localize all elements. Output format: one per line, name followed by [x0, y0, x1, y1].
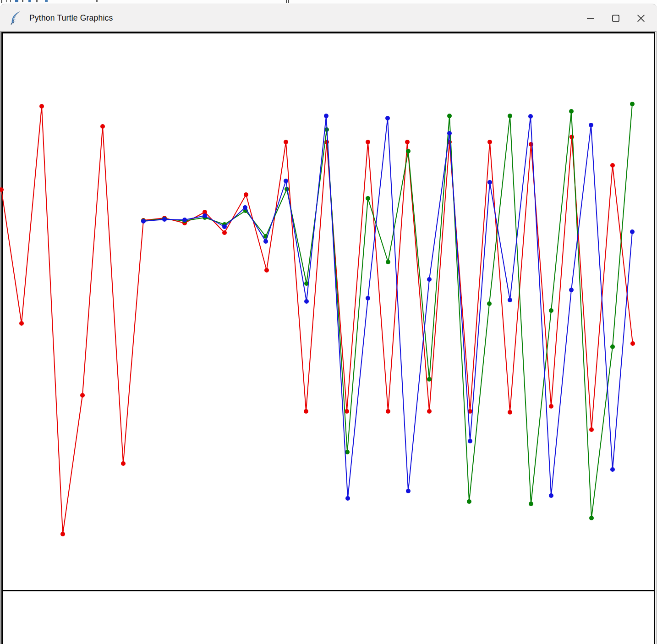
background-glyph [288, 0, 289, 3]
background-window-border [0, 3, 328, 3]
background-glyph [1, 0, 2, 3]
title-bar[interactable]: Python Turtle Graphics [0, 4, 657, 32]
canvas-bottom-border [3, 590, 654, 591]
close-button[interactable] [628, 4, 653, 32]
background-glyph [22, 0, 23, 2]
python-feather-icon [10, 10, 21, 26]
background-glyph [286, 0, 287, 3]
window-title: Python Turtle Graphics [29, 4, 113, 32]
background-glyph [28, 0, 31, 2]
canvas-border [654, 32, 655, 644]
minimize-button[interactable] [578, 4, 603, 32]
background-glyph [15, 0, 18, 2]
maximize-button[interactable] [603, 4, 628, 32]
background-glyph [45, 0, 48, 2]
background-glyph [6, 0, 7, 2]
background-glyph [10, 0, 11, 2]
turtle-canvas [3, 33, 654, 644]
close-icon [636, 14, 646, 23]
background-glyph [96, 0, 98, 2]
background-glyph [36, 0, 38, 2]
window-controls [578, 4, 653, 32]
maximize-icon [611, 14, 620, 23]
minimize-icon [586, 14, 595, 23]
canvas-frame-edge [0, 31, 1, 644]
background-window-edge [0, 0, 657, 4]
